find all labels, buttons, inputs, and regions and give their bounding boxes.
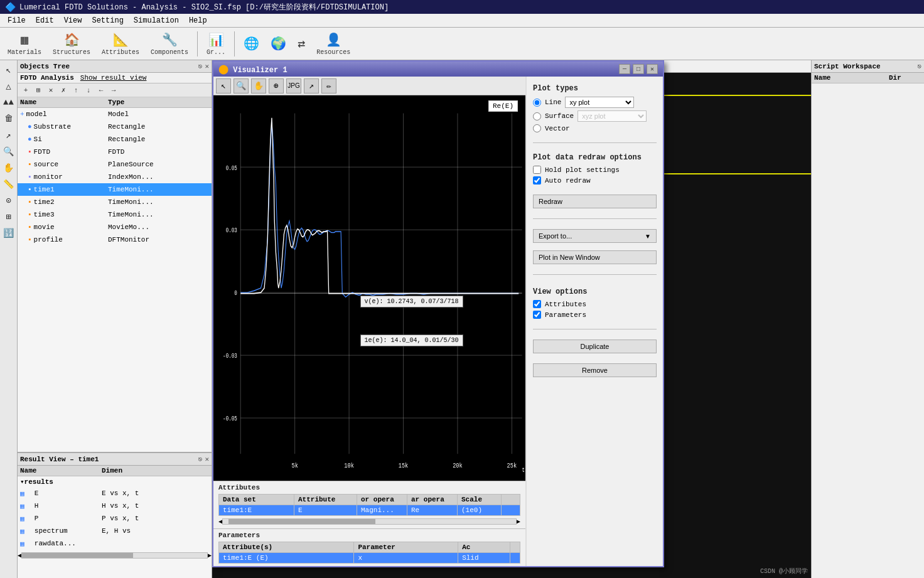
result-row-p[interactable]: ▦ P P vs x, t: [18, 512, 212, 525]
tree-btn-down[interactable]: ↓: [83, 85, 94, 96]
toolbar-resources[interactable]: 👤 Resources: [311, 31, 355, 57]
tree-btn-group[interactable]: ⊞: [33, 85, 44, 96]
viz-tool-pen[interactable]: ✏: [321, 78, 336, 94]
tree-row-time2[interactable]: ▪ time2 TimeMoni...: [18, 196, 212, 208]
duplicate-button[interactable]: Duplicate: [533, 340, 657, 353]
sidebar-icon-search[interactable]: 🔍: [2, 144, 16, 158]
sidebar-icon-grid[interactable]: ⊞: [2, 210, 16, 223]
viz-tool-export[interactable]: ↗: [304, 78, 319, 94]
tree-row-fdtd[interactable]: ▪ FDTD FDTD: [18, 146, 212, 158]
tree-row-movie[interactable]: ▪ movie MovieMo...: [18, 221, 212, 233]
result-row-spectrum[interactable]: ▦ spectrum E, H vs: [18, 525, 212, 537]
toolbar-btn5[interactable]: 🌐: [239, 35, 264, 53]
sidebar-icon-shapes2[interactable]: ▲▲: [2, 95, 16, 109]
sidebar-icon-circle[interactable]: ⊙: [2, 193, 16, 207]
auto-redraw-label: Auto redraw: [545, 177, 591, 185]
attr-table-header-row: Data set Attribute or opera ar opera Sca…: [219, 495, 520, 505]
result-view-popout[interactable]: ⎋: [198, 455, 203, 463]
toolbar-structures[interactable]: 🏠 Structures: [48, 31, 95, 57]
sidebar-icon-calc[interactable]: 🔢: [2, 226, 16, 240]
tree-row-source[interactable]: ▪ source PlaneSource: [18, 158, 212, 171]
show-result-view-btn[interactable]: Show result view: [80, 74, 147, 82]
radio-row-line: Line xy plot: [533, 97, 657, 108]
tree-btn-up[interactable]: ↑: [70, 85, 82, 96]
result-scrollbar[interactable]: ◀ ▶: [18, 551, 212, 560]
attr-row-0[interactable]: time1:E E Magni... Re (1e0): [219, 505, 520, 516]
menu-help[interactable]: Help: [184, 15, 212, 26]
objects-tree-popout[interactable]: ⎋: [198, 62, 203, 70]
tree-row-time3[interactable]: ▪ time3 TimeMoni...: [18, 208, 212, 221]
result-group-label[interactable]: ▾results: [18, 476, 212, 487]
app-icon: 🔷: [5, 2, 16, 13]
tree-row-profile[interactable]: ▪ profile DFTMonitor: [18, 233, 212, 246]
script-workspace-header: Script Workspace ⎋: [812, 60, 924, 73]
attr-scrollbar[interactable]: ◀ ▶: [218, 517, 520, 526]
tree-row-si[interactable]: ● Si Rectangle: [18, 133, 212, 146]
plot-new-window-button[interactable]: Plot in New Window: [533, 250, 657, 264]
sidebar-icon-hand[interactable]: ✋: [2, 161, 16, 174]
tree-type-fdtd: FDTD: [105, 147, 212, 157]
toolbar-materials[interactable]: ▦ Materials: [3, 31, 46, 57]
tree-btn-delete[interactable]: ✕: [45, 85, 56, 96]
auto-redraw-checkbox[interactable]: [533, 176, 541, 185]
result-view-close[interactable]: ✕: [205, 455, 209, 463]
tree-row-monitor[interactable]: ▪ monitor IndexMon...: [18, 171, 212, 183]
tree-name-profile: ▪ profile: [18, 235, 105, 245]
surface-dropdown[interactable]: xyz plot: [578, 110, 647, 122]
attr-col-dataset: Data set: [219, 495, 294, 505]
param-col-parameter: Parameter: [354, 542, 458, 553]
redraw-button[interactable]: Redraw: [533, 195, 657, 208]
tree-btn-x[interactable]: ✗: [58, 85, 69, 96]
result-row-rawdata[interactable]: ▦ rawdata...: [18, 537, 212, 550]
attr-col-scale: Scale: [458, 495, 502, 505]
toolbar-btn6[interactable]: 🌍: [266, 35, 291, 53]
param-row-0[interactable]: time1:E (E) x Slid: [219, 553, 520, 564]
result-row-h[interactable]: ▦ H H vs x, t: [18, 500, 212, 512]
viz-content: ↖ 🔍 ✋ ⊕ JPG ↗ ✏ Re(E): [213, 77, 663, 566]
objects-tree-close[interactable]: ✕: [205, 62, 209, 70]
menu-file[interactable]: File: [3, 15, 31, 26]
viz-close-btn[interactable]: ✕: [647, 64, 658, 74]
view-parameters-checkbox[interactable]: [533, 311, 541, 319]
menu-simulation[interactable]: Simulation: [129, 15, 184, 26]
viz-tool-crosshair[interactable]: ⊕: [269, 78, 284, 94]
viz-minimize-btn[interactable]: ─: [619, 64, 630, 74]
sidebar-icon-measure[interactable]: 📏: [2, 177, 16, 191]
radio-line[interactable]: [533, 99, 541, 107]
menu-edit[interactable]: Edit: [31, 15, 59, 26]
result-row-e[interactable]: ▦ E E vs x, t: [18, 487, 212, 500]
hold-plot-settings-checkbox[interactable]: [533, 166, 541, 174]
sidebar-icon-delete[interactable]: 🗑: [2, 112, 16, 126]
tree-btn-add[interactable]: +: [20, 85, 31, 96]
line-dropdown[interactable]: xy plot: [565, 97, 634, 108]
radio-vector[interactable]: [533, 124, 541, 132]
toolbar-attributes[interactable]: 📐 Attributes: [97, 31, 144, 57]
result-header-dimen: Dimen: [99, 466, 201, 476]
tree-btn-forward[interactable]: →: [108, 85, 119, 96]
radio-surface[interactable]: [533, 112, 541, 120]
tree-row-model[interactable]: + model Model: [18, 108, 212, 120]
remove-button[interactable]: Remove: [533, 363, 657, 377]
viz-tool-zoom[interactable]: 🔍: [234, 78, 249, 94]
viz-maximize-btn[interactable]: □: [633, 64, 644, 74]
script-workspace-panel: Script Workspace ⎋ Name Dir: [811, 60, 924, 578]
viz-tool-arrow[interactable]: ↖: [216, 78, 231, 94]
sidebar-icon-shape[interactable]: △: [2, 79, 16, 93]
menu-view[interactable]: View: [59, 15, 87, 26]
menu-setting[interactable]: Setting: [87, 15, 128, 26]
tree-row-substrate[interactable]: ● Substrate Rectangle: [18, 120, 212, 133]
script-popout[interactable]: ⎋: [917, 62, 921, 70]
sidebar-icon-cursor[interactable]: ↗: [2, 128, 16, 142]
tree-btn-back[interactable]: ←: [95, 85, 107, 96]
viz-tool-jpg[interactable]: JPG: [286, 78, 301, 94]
tree-row-time1[interactable]: ▪ time1 TimeMoni...: [18, 183, 212, 196]
toolbar-components[interactable]: 🔧 Components: [146, 31, 193, 57]
re-e-label: Re(E): [488, 100, 518, 112]
toolbar-gr[interactable]: 📊 Gr...: [201, 31, 230, 57]
attributes-scroll-area[interactable]: Data set Attribute or opera ar opera Sca…: [218, 494, 520, 516]
sidebar-icon-arrow[interactable]: ↖: [2, 63, 16, 77]
viz-tool-pan[interactable]: ✋: [251, 78, 266, 94]
export-button[interactable]: Export to... ▼: [533, 229, 657, 243]
toolbar-btn7[interactable]: ⇄: [293, 35, 310, 53]
view-attributes-checkbox[interactable]: [533, 300, 541, 308]
